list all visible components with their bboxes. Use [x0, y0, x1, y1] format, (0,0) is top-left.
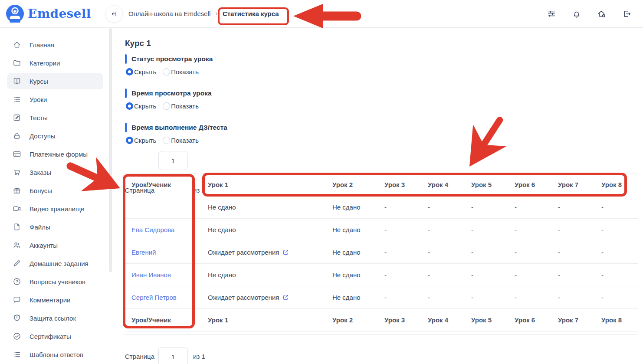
filter-group-title: Статус просмотра урока — [131, 55, 213, 63]
sidebar-item-6[interactable]: Платежные формы — [7, 146, 103, 162]
status-cell-r0-c0: Не сдано — [201, 196, 325, 218]
status-cell-r2-c4: - — [464, 241, 508, 263]
card-icon — [13, 150, 21, 158]
chevron-right-icon: › — [215, 9, 218, 18]
sidebar-item-3[interactable]: Уроки — [7, 91, 103, 108]
page-input-bottom[interactable] — [158, 347, 188, 364]
radio-option-selected[interactable]: Скрыть — [126, 137, 156, 144]
column-header-lesson-7: Урок 7 — [551, 174, 594, 196]
status-cell-r0-c4: - — [464, 196, 508, 218]
radio-option-selected[interactable]: Скрыть — [126, 102, 156, 110]
column-header-lesson-2: Урок 2 — [325, 174, 377, 196]
status-cell-r2-c3: - — [421, 241, 464, 263]
sidebar-item-0[interactable]: Главная — [7, 36, 103, 53]
course-statistics-table: Урок/УченикУрок 1Урок 2Урок 3Урок 4Урок … — [125, 173, 638, 331]
home-icon — [13, 40, 21, 49]
emdesell-logo-icon: e — [6, 5, 24, 23]
table-row: Сергей ПетровОжидает рассмотренияНе сдан… — [125, 286, 638, 309]
open-site-button[interactable] — [597, 9, 607, 19]
footer-header-lesson-8: Урок 8 — [594, 309, 638, 331]
sidebar-item-label: Бонусы — [30, 187, 52, 194]
filter-group-title: Время просмотра урока — [131, 89, 212, 97]
radio-option-unselected[interactable]: Показать — [163, 102, 199, 110]
student-cell[interactable]: Сергей Петров — [125, 286, 201, 308]
external-link-icon[interactable] — [282, 249, 289, 256]
sidebar-item-label: Шаблоны ответов — [30, 351, 83, 358]
sidebar-item-label: Видео хранилище — [30, 205, 84, 213]
sidebar-item-14[interactable]: Комментарии — [7, 292, 103, 308]
sidebar-item-1[interactable]: Категории — [7, 55, 103, 71]
radio-icon[interactable] — [126, 137, 133, 144]
radio-option-selected[interactable]: Скрыть — [126, 68, 156, 75]
breadcrumb-parent[interactable]: Онлайн-школа на Emdesell — [128, 10, 210, 17]
radio-icon[interactable] — [163, 137, 170, 144]
sidebar-item-13[interactable]: Вопросы учеников — [7, 273, 103, 290]
certificate-icon — [13, 332, 21, 341]
student-link[interactable]: Ева Сидорова — [131, 226, 174, 233]
notifications-button[interactable] — [572, 9, 581, 19]
breadcrumb: Онлайн-школа на Emdesell › Статистика ку… — [128, 0, 279, 27]
sidebar-item-12[interactable]: Домашние задания — [7, 255, 103, 272]
student-cell[interactable]: Ева Сидорова — [125, 219, 201, 241]
table-footer-row: Урок/УченикУрок 1Урок 2Урок 3Урок 4Урок … — [125, 309, 638, 331]
student-link[interactable]: Сергей Петров — [131, 294, 177, 301]
radio-icon[interactable] — [163, 68, 170, 75]
sidebar-item-2[interactable]: Курсы — [7, 73, 103, 89]
status-cell-r3-c5: - — [508, 264, 551, 286]
table-bottom-divider — [125, 334, 638, 334]
sidebar-collapse-button[interactable] — [105, 5, 123, 23]
topbar: e Emdesell Онлайн-школа на Emdesell › Ст… — [0, 0, 643, 28]
sidebar-scrollbar[interactable] — [109, 28, 112, 272]
radio-label: Показать — [171, 102, 199, 110]
status-cell-r2-c2: - — [377, 241, 421, 263]
sidebar-item-5[interactable]: Доступы — [7, 128, 103, 144]
column-header-lesson-4: Урок 4 — [421, 174, 464, 196]
status-cell-r3-c4: - — [464, 264, 508, 286]
video-icon — [13, 204, 21, 213]
sidebar-item-label: Категории — [30, 59, 60, 67]
radio-icon[interactable] — [126, 68, 133, 75]
sidebar-item-4[interactable]: Тесты — [7, 109, 103, 126]
status-cell-r2-c0[interactable]: Ожидает рассмотрения — [201, 241, 325, 263]
file-icon — [13, 223, 21, 231]
status-cell-r3-c0: Не сдано — [201, 264, 325, 286]
sidebar-item-15[interactable]: Защита ссылок — [7, 310, 103, 326]
status-cell-r3-c3: - — [421, 264, 464, 286]
radio-option-unselected[interactable]: Показать — [163, 68, 199, 75]
footer-header-lesson-5: Урок 5 — [464, 309, 508, 331]
student-link[interactable]: Евгений — [131, 249, 156, 256]
sidebar-item-label: Файлы — [30, 223, 50, 231]
status-cell-r3-c6: - — [551, 264, 594, 286]
status-cell-r4-c2: - — [377, 286, 421, 308]
sidebar-item-label: Курсы — [30, 78, 48, 85]
status-cell-r0-c2: - — [377, 196, 421, 218]
sidebar-item-16[interactable]: Сертификаты — [7, 328, 103, 344]
folder-icon — [13, 59, 21, 67]
collapse-left-icon — [110, 10, 118, 18]
sidebar-item-11[interactable]: Аккаунты — [7, 237, 103, 253]
page-input-top[interactable] — [158, 151, 188, 170]
emdesell-logo[interactable]: e Emdesell — [6, 5, 91, 23]
student-cell[interactable]: Иван Иванов — [125, 264, 201, 286]
status-cell-r4-c6: - — [551, 286, 594, 308]
radio-option-unselected[interactable]: Показать — [163, 137, 199, 144]
sidebar-item-7[interactable]: Заказы — [7, 164, 103, 180]
status-cell-r4-c0[interactable]: Ожидает рассмотрения — [201, 286, 325, 308]
sidebar-item-10[interactable]: Файлы — [7, 219, 103, 235]
status-cell-r1-c2: - — [377, 219, 421, 241]
radio-icon[interactable] — [126, 102, 133, 110]
student-cell[interactable]: Евгений — [125, 241, 201, 263]
sidebar: ГлавнаяКатегорииКурсыУрокиТестыДоступыПл… — [0, 27, 113, 364]
sidebar-item-9[interactable]: Видео хранилище — [7, 200, 103, 217]
filter-group-radios-1: СкрытьПоказать — [126, 102, 199, 110]
edit-icon — [13, 113, 21, 122]
radio-icon[interactable] — [163, 102, 170, 110]
sidebar-item-17[interactable]: Шаблоны ответов — [7, 346, 103, 363]
settings-button[interactable] — [547, 9, 556, 19]
logout-button[interactable] — [622, 9, 632, 19]
external-link-icon[interactable] — [282, 294, 289, 301]
student-link[interactable]: Иван Иванов — [131, 271, 171, 279]
status-cell-r0-c3: - — [421, 196, 464, 218]
filter-group-label-1: Время просмотра урока — [125, 89, 212, 98]
sidebar-item-8[interactable]: Бонусы — [7, 182, 103, 199]
